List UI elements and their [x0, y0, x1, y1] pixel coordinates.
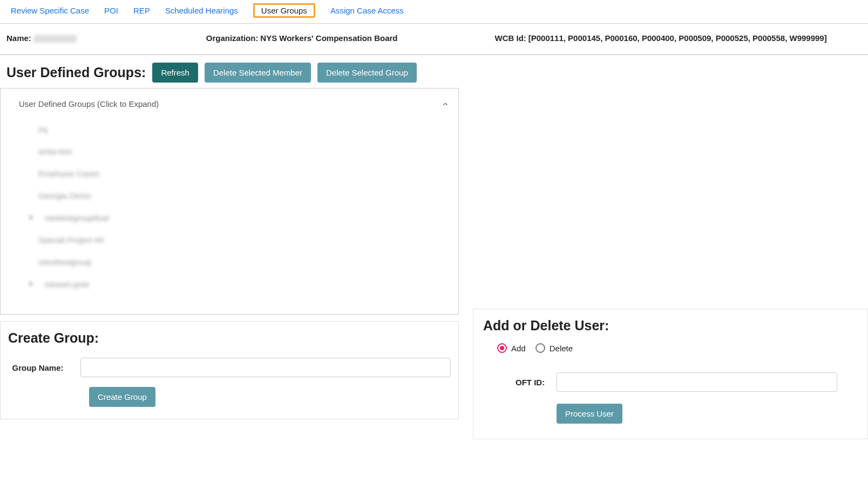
- radio-delete[interactable]: Delete: [535, 343, 573, 353]
- nav-review-specific-case[interactable]: Review Specific Case: [11, 6, 89, 15]
- udg-header: User Defined Groups: Refresh Delete Sele…: [0, 55, 459, 88]
- info-wcb: WCB Id: [P000111, P000145, P000160, P000…: [495, 33, 827, 43]
- tree-item[interactable]: newtestgroupdual: [19, 207, 450, 229]
- group-name-label: Group Name:: [8, 363, 67, 372]
- radio-add[interactable]: Add: [497, 343, 526, 353]
- oft-id-input[interactable]: [557, 372, 837, 392]
- radio-delete-label: Delete: [550, 344, 573, 353]
- info-wcb-value: [P000111, P000145, P000160, P000400, P00…: [528, 33, 827, 43]
- nav-user-groups-active[interactable]: User Groups: [253, 3, 315, 18]
- create-group-title: Create Group:: [8, 330, 451, 346]
- chevron-up-icon: [441, 100, 450, 108]
- tree-item-label: anita-test: [38, 147, 72, 156]
- tree-item[interactable]: Georgia Demo: [19, 185, 450, 207]
- tree-item-label: irq: [38, 125, 48, 134]
- add-delete-user-panel: Add or Delete User: Add Delete OFT ID: P…: [473, 309, 868, 439]
- tree-item-label: Special Project #4: [38, 235, 104, 244]
- nav-poi[interactable]: POI: [104, 6, 118, 15]
- tree-item-label: Georgia Demo: [38, 191, 91, 200]
- tree-root[interactable]: User Defined Groups (Click to Expand): [19, 97, 450, 118]
- chevron-right-icon: [26, 280, 35, 289]
- tree-item-label: stevetestgroup: [38, 257, 91, 267]
- info-bar: Name: Organization: NYS Workers' Compens…: [0, 24, 868, 55]
- delete-group-button[interactable]: Delete Selected Group: [317, 63, 417, 83]
- process-user-button[interactable]: Process User: [557, 404, 622, 424]
- radio-add-label: Add: [511, 344, 526, 353]
- group-tree-panel: User Defined Groups (Click to Expand) ir…: [0, 88, 459, 315]
- create-group-panel: Create Group: Group Name: Create Group: [0, 321, 459, 419]
- add-delete-user-title: Add or Delete User:: [483, 318, 867, 334]
- info-name: Name:: [6, 33, 77, 43]
- chevron-right-icon: [26, 213, 35, 222]
- group-tree-scroll[interactable]: User Defined Groups (Click to Expand) ir…: [1, 89, 458, 314]
- radio-selected-icon: [497, 343, 507, 353]
- delete-member-button[interactable]: Delete Selected Member: [205, 63, 311, 83]
- tree-root-label: User Defined Groups (Click to Expand): [19, 99, 159, 108]
- tree-item-label: newtestgroupdual: [45, 213, 109, 222]
- tree-item[interactable]: Special Project #4: [19, 229, 450, 251]
- tree-item-label: Employee Cases: [38, 169, 99, 178]
- udg-title: User Defined Groups:: [6, 65, 146, 80]
- group-name-input[interactable]: [80, 358, 451, 377]
- nav-user-groups-label: User Groups: [261, 6, 307, 15]
- top-nav: Review Specific Case POI REP Scheduled H…: [0, 0, 868, 24]
- tree-item[interactable]: irq: [19, 118, 450, 140]
- info-org-label: Organization:: [206, 33, 259, 43]
- info-name-value-redacted: [33, 35, 77, 43]
- nav-assign-case-access[interactable]: Assign Case Access: [330, 6, 404, 15]
- tree-item-label: stewart.gree: [45, 280, 90, 289]
- create-group-button[interactable]: Create Group: [89, 387, 155, 407]
- info-name-label: Name:: [6, 33, 31, 43]
- info-wcb-label: WCB Id:: [495, 33, 526, 43]
- info-org: Organization: NYS Workers' Compensation …: [206, 33, 398, 43]
- nav-rep[interactable]: REP: [133, 6, 150, 15]
- radio-unselected-icon: [535, 343, 545, 353]
- tree-item[interactable]: anita-test: [19, 140, 450, 162]
- nav-scheduled-hearings[interactable]: Scheduled Hearings: [165, 6, 238, 15]
- tree-item[interactable]: stewart.gree: [19, 273, 450, 295]
- oft-id-label: OFT ID:: [516, 378, 545, 387]
- tree-item[interactable]: Employee Cases: [19, 162, 450, 185]
- radio-row: Add Delete: [483, 343, 867, 353]
- tree-item[interactable]: stevetestgroup: [19, 251, 450, 273]
- refresh-button[interactable]: Refresh: [152, 63, 198, 83]
- info-org-value: NYS Workers' Compensation Board: [260, 33, 397, 43]
